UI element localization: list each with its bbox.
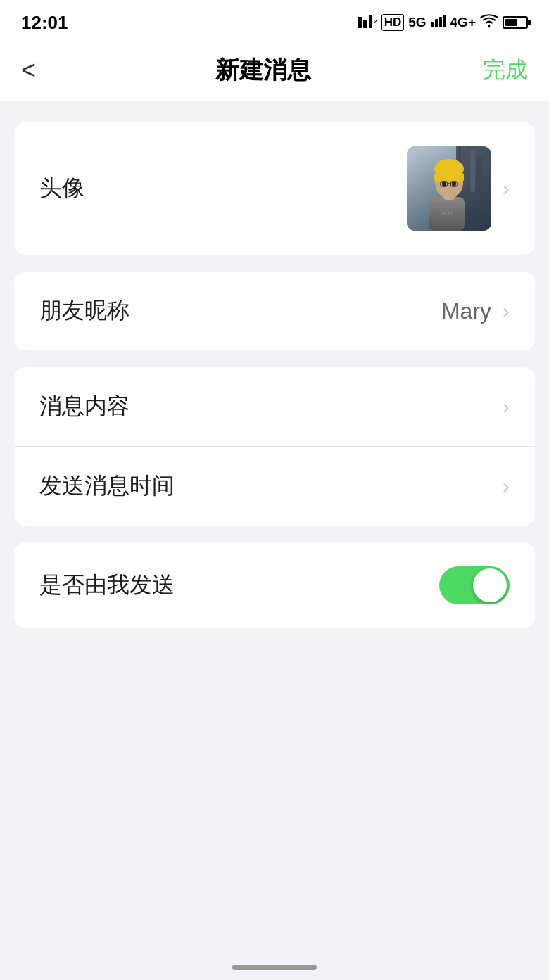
send-toggle[interactable]	[439, 566, 510, 604]
message-content-chevron: ›	[503, 395, 510, 419]
avatar-chevron: ›	[503, 177, 510, 201]
message-card: 消息内容 › 发送消息时间 ›	[14, 367, 535, 526]
avatar-right: TEXT	[407, 146, 510, 231]
svg-text:2: 2	[374, 18, 377, 25]
home-indicator	[232, 965, 317, 970]
nickname-right: Mary ›	[441, 298, 510, 324]
done-button[interactable]: 完成	[483, 55, 528, 86]
network-icon: 2	[358, 14, 377, 32]
svg-rect-1	[363, 20, 367, 28]
avatar-image: TEXT	[407, 146, 491, 231]
nickname-row[interactable]: 朋友昵称 Mary ›	[14, 272, 535, 350]
message-content-row[interactable]: 消息内容 ›	[14, 367, 535, 446]
svg-rect-12	[470, 150, 475, 192]
send-row: 是否由我发送	[14, 542, 535, 628]
status-bar: 12:01 2 HD 5G 4G+	[0, 0, 549, 39]
message-time-chevron: ›	[503, 474, 510, 498]
svg-rect-13	[477, 157, 483, 189]
toggle-knob	[473, 568, 507, 602]
avatar-card: 头像	[14, 122, 535, 255]
status-time: 12:01	[21, 12, 68, 34]
svg-text:TEXT: TEXT	[441, 211, 454, 216]
message-time-right: ›	[503, 474, 510, 498]
message-time-label: 发送消息时间	[39, 471, 175, 502]
svg-point-23	[442, 182, 446, 186]
nav-bar: < 新建消息 完成	[0, 39, 549, 101]
status-icons: 2 HD 5G 4G+	[358, 14, 528, 32]
avatar-svg: TEXT	[407, 146, 491, 231]
content-area: 头像	[0, 101, 549, 649]
send-card: 是否由我发送	[14, 542, 535, 628]
svg-rect-19	[434, 173, 464, 182]
nickname-chevron: ›	[503, 299, 510, 323]
svg-rect-6	[439, 17, 442, 27]
svg-rect-4	[431, 22, 434, 27]
nickname-value: Mary	[441, 298, 491, 324]
hd-icon: HD	[381, 14, 405, 31]
avatar-thumbnail[interactable]: TEXT	[407, 146, 491, 231]
send-label: 是否由我发送	[39, 570, 175, 601]
svg-point-24	[452, 182, 456, 186]
message-time-row[interactable]: 发送消息时间 ›	[14, 446, 535, 526]
battery-icon	[503, 16, 528, 29]
avatar-label: 头像	[39, 173, 84, 204]
signal-bars-icon	[431, 15, 446, 31]
5g-icon: 5G	[408, 15, 426, 30]
svg-rect-5	[435, 19, 438, 27]
svg-rect-0	[358, 17, 362, 28]
wifi-icon	[480, 14, 498, 32]
page-title: 新建消息	[215, 54, 311, 87]
avatar-row[interactable]: 头像	[14, 122, 535, 255]
svg-rect-2	[369, 15, 372, 28]
4g-icon: 4G+	[450, 15, 476, 30]
message-content-label: 消息内容	[39, 391, 130, 422]
message-content-right: ›	[503, 395, 510, 419]
nickname-label: 朋友昵称	[39, 295, 130, 326]
nickname-card: 朋友昵称 Mary ›	[14, 272, 535, 350]
back-button[interactable]: <	[21, 51, 43, 90]
svg-rect-7	[443, 15, 446, 27]
